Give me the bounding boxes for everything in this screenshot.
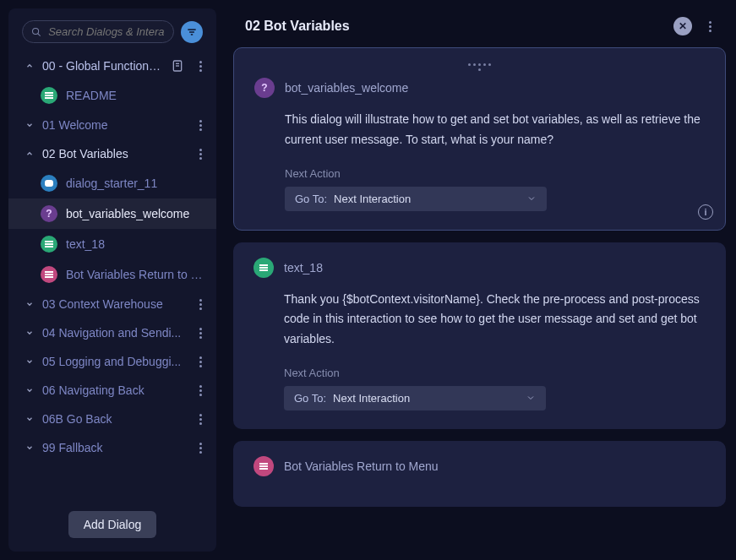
dialog-menu-button[interactable]: [193, 356, 208, 367]
card-body-text: This dialog will illustrate how to get a…: [285, 110, 705, 150]
dialog-label: 00 - Global Functions RE...: [42, 59, 162, 73]
next-action-select[interactable]: Go To:Next Interaction: [285, 187, 547, 211]
dialog-menu-button[interactable]: [193, 414, 208, 425]
dialog-tree: 00 - Global Functions RE...README01 Welc…: [8, 52, 216, 501]
dialog-row[interactable]: 03 Context Warehouse: [8, 290, 216, 318]
info-icon[interactable]: [698, 204, 713, 220]
card-title: Bot Variables Return to Menu: [284, 459, 439, 473]
card-header: Bot Variables Return to Menu: [254, 456, 706, 476]
svg-point-0: [33, 28, 39, 34]
close-icon[interactable]: [673, 17, 692, 35]
card-header: text_18: [254, 258, 706, 278]
text-icon: [254, 258, 274, 278]
interaction-card[interactable]: bot_variables_welcomeThis dialog will il…: [233, 47, 726, 231]
interaction-row[interactable]: Bot Variables Return to Menu: [8, 259, 216, 290]
text-icon: [41, 236, 57, 253]
interaction-card[interactable]: Bot Variables Return to Menu: [233, 441, 726, 507]
dialog-menu-button[interactable]: [193, 149, 208, 160]
dialog-label: 06 Navigating Back: [42, 383, 184, 397]
next-action-select[interactable]: Go To:Next Interaction: [284, 386, 546, 410]
chevron-down-icon[interactable]: [25, 329, 34, 337]
chevron-down-icon[interactable]: [25, 443, 34, 452]
chevron-down-icon: [526, 193, 537, 204]
dialog-row[interactable]: 00 - Global Functions RE...: [8, 52, 216, 80]
card-title: bot_variables_welcome: [285, 81, 408, 95]
dialog-row[interactable]: 02 Bot Variables: [8, 139, 216, 168]
dialog-row[interactable]: 99 Fallback: [8, 433, 216, 462]
question-icon: [254, 78, 275, 98]
next-action-label: Next Action: [284, 367, 706, 379]
interaction-row[interactable]: bot_variables_welcome: [8, 198, 216, 229]
goto-label: Go To:: [295, 193, 327, 205]
interaction-row[interactable]: README: [8, 80, 216, 111]
dialog-menu-button[interactable]: [193, 328, 208, 339]
dialog-row[interactable]: 06 Navigating Back: [8, 376, 216, 405]
dialog-row[interactable]: 06B Go Back: [8, 405, 216, 433]
search-icon: [31, 26, 41, 38]
chevron-down-icon[interactable]: [25, 386, 34, 394]
dialog-menu-button[interactable]: [193, 299, 208, 310]
dialog-row[interactable]: 01 Welcome: [8, 111, 216, 139]
add-dialog-button[interactable]: Add Dialog: [68, 511, 157, 538]
interaction-label: text_18: [66, 237, 105, 251]
chevron-down-icon[interactable]: [25, 300, 34, 308]
dialog-menu-button[interactable]: [193, 443, 208, 454]
interaction-row[interactable]: dialog_starter_11: [8, 168, 216, 198]
text-icon: [41, 87, 57, 104]
document-icon[interactable]: [171, 59, 184, 73]
search-box[interactable]: [22, 20, 174, 43]
cards-container: bot_variables_welcomeThis dialog will il…: [233, 47, 728, 552]
return-icon: [254, 456, 274, 476]
dialog-menu-button[interactable]: [193, 120, 208, 131]
interaction-label: dialog_starter_11: [66, 177, 157, 190]
dialog-label: 03 Context Warehouse: [42, 297, 184, 311]
chevron-up-icon[interactable]: [25, 62, 34, 70]
chevron-down-icon: [526, 393, 536, 403]
chevron-down-icon[interactable]: [25, 357, 34, 366]
drag-handle-icon[interactable]: [467, 63, 493, 71]
main-panel: 02 Bot Variables bot_variables_welcomeTh…: [216, 0, 736, 560]
dialog-label: 02 Bot Variables: [42, 147, 184, 160]
filter-button[interactable]: [181, 21, 203, 43]
search-row: [8, 8, 216, 52]
goto-label: Go To:: [294, 392, 326, 405]
header-menu-button[interactable]: [702, 21, 717, 32]
return-icon: [41, 266, 57, 283]
interaction-card[interactable]: text_18Thank you {$botContext.visitorNam…: [233, 242, 726, 429]
dialog-row[interactable]: 05 Logging and Debuggi...: [8, 347, 216, 376]
dialog-label: 99 Fallback: [42, 441, 184, 454]
next-action-value: Next Interaction: [333, 392, 519, 405]
card-body-text: Thank you {$botContext.visitorName}. Che…: [284, 290, 706, 350]
main-header: 02 Bot Variables: [233, 8, 728, 47]
next-action-label: Next Action: [285, 167, 705, 180]
dialog-label: 04 Navigation and Sendi...: [42, 326, 184, 340]
dialog-menu-button[interactable]: [193, 61, 208, 72]
dialog-row[interactable]: 04 Navigation and Sendi...: [8, 318, 216, 347]
next-action-value: Next Interaction: [334, 193, 520, 205]
card-header: bot_variables_welcome: [254, 78, 705, 98]
interaction-label: bot_variables_welcome: [66, 207, 189, 220]
question-icon: [41, 205, 57, 222]
card-title: text_18: [284, 261, 323, 275]
interaction-label: README: [66, 89, 117, 102]
interaction-label: Bot Variables Return to Menu: [66, 268, 208, 281]
dialog-starter-icon: [41, 175, 57, 192]
dialog-menu-button[interactable]: [193, 385, 208, 396]
dialog-label: 05 Logging and Debuggi...: [42, 355, 184, 368]
dialog-label: 01 Welcome: [42, 118, 184, 132]
filter-icon: [186, 26, 198, 38]
chevron-up-icon[interactable]: [25, 150, 34, 158]
page-title: 02 Bot Variables: [245, 19, 663, 34]
sidebar: 00 - Global Functions RE...README01 Welc…: [8, 8, 216, 552]
chevron-down-icon[interactable]: [25, 121, 34, 129]
search-input[interactable]: [48, 25, 165, 38]
dialog-label: 06B Go Back: [42, 412, 184, 426]
interaction-row[interactable]: text_18: [8, 229, 216, 259]
svg-line-1: [38, 33, 41, 35]
chevron-down-icon[interactable]: [25, 415, 34, 423]
